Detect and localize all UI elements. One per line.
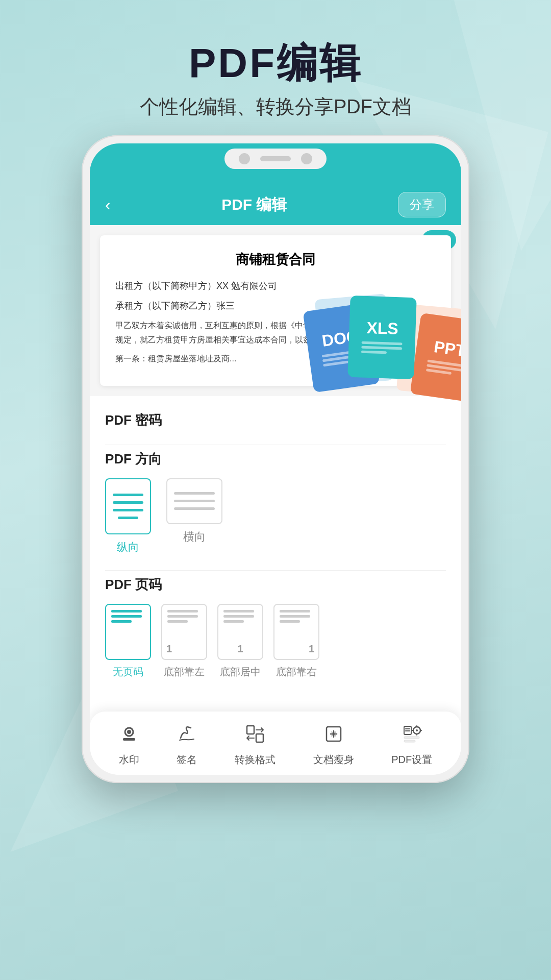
notch-camera-left <box>239 153 250 164</box>
divider-2 <box>105 570 446 571</box>
toolbar-watermark-label: 水印 <box>119 753 139 767</box>
page-title: PDF编辑 <box>0 41 551 86</box>
orientation-landscape-label: 横向 <box>183 529 206 545</box>
settings-icon <box>402 724 422 749</box>
appbar-title: PDF 编辑 <box>221 194 287 215</box>
pagenum-bottom-left[interactable]: 1 底部靠左 <box>161 604 207 679</box>
pagenum-bottomright-num: 1 <box>309 643 314 654</box>
orientation-landscape[interactable]: 横向 <box>166 478 222 555</box>
toolbar-signature-label: 签名 <box>177 753 197 767</box>
doc-line-1: 出租方（以下简称甲方）XX 勉有限公司 <box>115 279 436 293</box>
pagenum-bottomcenter-lines <box>223 610 257 623</box>
doc-title: 商铺租赁合同 <box>115 251 436 268</box>
convert-icon <box>245 724 265 749</box>
pdf-password-title: PDF 密码 <box>105 411 446 429</box>
pagenum-none[interactable]: 无页码 <box>105 604 151 679</box>
toolbar-pdfsettings-label: PDF设置 <box>391 753 432 767</box>
svg-rect-0 <box>123 738 135 741</box>
toolbar-compress-label: 文档瘦身 <box>313 753 354 767</box>
orientation-portrait-label: 纵向 <box>117 540 139 555</box>
doc-line-2: 承租方（以下简称乙方）张三 <box>115 299 436 313</box>
bottom-toolbar: 水印 签名 <box>90 712 461 775</box>
compress-icon <box>323 724 344 749</box>
divider-1 <box>105 445 446 445</box>
pagenum-bottomleft-lines <box>167 610 201 623</box>
svg-rect-15 <box>404 737 419 739</box>
pdf-password-section: PDF 密码 <box>105 411 446 429</box>
pagenum-bottomleft-num: 1 <box>166 643 172 654</box>
phone-inner: ‹ PDF 编辑 分享 1/2 商铺租赁合同 出租方（以下简称甲方）XX 勉有限… <box>90 143 461 775</box>
pdf-pagenum-title: PDF 页码 <box>105 576 446 594</box>
signature-icon <box>177 724 197 749</box>
pagenum-bottomright-lines <box>280 610 313 623</box>
pagenum-bottom-right[interactable]: 1 底部靠右 <box>273 604 319 679</box>
pagenum-none-label: 无页码 <box>113 665 143 679</box>
svg-point-10 <box>416 729 418 731</box>
pdf-direction-title: PDF 方向 <box>105 450 446 468</box>
phone-notch <box>90 143 461 184</box>
doc-paragraph-2: 第一条：租赁房屋坐落地址及商... <box>115 352 436 366</box>
phone-mockup: ‹ PDF 编辑 分享 1/2 商铺租赁合同 出租方（以下简称甲方）XX 勉有限… <box>82 135 469 783</box>
orientation-options: 纵向 横向 <box>105 478 446 555</box>
toolbar-convert[interactable]: 转换格式 <box>235 724 276 767</box>
toolbar-convert-label: 转换格式 <box>235 753 276 767</box>
settings-panel: PDF 密码 PDF 方向 纵向 <box>90 396 461 709</box>
page-header: PDF编辑 个性化编辑、转换分享PDF文档 <box>0 0 551 135</box>
svg-rect-16 <box>404 740 415 742</box>
pagenum-bottomright-icon: 1 <box>273 604 319 660</box>
pagenum-bottomleft-icon: 1 <box>161 604 207 660</box>
orientation-portrait[interactable]: 纵向 <box>105 478 151 555</box>
pagenum-bottomleft-label: 底部靠左 <box>164 665 205 679</box>
orientation-landscape-icon <box>166 478 222 524</box>
app-bar: ‹ PDF 编辑 分享 <box>90 184 461 225</box>
pagenum-bottomcenter-num: 1 <box>237 643 243 654</box>
stamp-icon <box>119 724 139 749</box>
doc-paragraph-1: 甲乙双方本着实诚信用，互利互惠的原则，根据《中华人民共和国合同法》法律，法规的规… <box>115 318 436 348</box>
notch-cutout <box>224 149 327 169</box>
orientation-portrait-icon <box>105 478 151 534</box>
phone-outer: ‹ PDF 编辑 分享 1/2 商铺租赁合同 出租方（以下简称甲方）XX 勉有限… <box>82 135 469 783</box>
notch-speaker <box>260 156 291 161</box>
pagenum-options: 无页码 1 <box>105 604 446 679</box>
svg-rect-3 <box>247 726 254 734</box>
toolbar-compress[interactable]: 文档瘦身 <box>313 724 354 767</box>
pagenum-bottomright-label: 底部靠右 <box>276 665 317 679</box>
pdf-pagenum-section: PDF 页码 无页码 <box>105 576 446 679</box>
pagenum-none-icon <box>105 604 151 660</box>
svg-rect-4 <box>256 734 263 742</box>
svg-point-2 <box>127 730 131 734</box>
pagenum-bottom-center[interactable]: 1 底部居中 <box>217 604 263 679</box>
pagenum-none-lines <box>111 610 145 623</box>
pdf-direction-section: PDF 方向 纵向 <box>105 450 446 555</box>
pagenum-bottomcenter-label: 底部居中 <box>220 665 261 679</box>
pagenum-bottomcenter-icon: 1 <box>217 604 263 660</box>
document-area: 1/2 商铺租赁合同 出租方（以下简称甲方）XX 勉有限公司 承租方（以下简称乙… <box>90 225 461 396</box>
share-button[interactable]: 分享 <box>398 192 446 217</box>
doc-paper: 商铺租赁合同 出租方（以下简称甲方）XX 勉有限公司 承租方（以下简称乙方）张三… <box>100 235 451 386</box>
toolbar-pdf-settings[interactable]: PDF设置 <box>391 724 432 767</box>
notch-camera-right <box>301 153 312 164</box>
back-button[interactable]: ‹ <box>105 195 111 214</box>
toolbar-signature[interactable]: 签名 <box>177 724 197 767</box>
page-subtitle: 个性化编辑、转换分享PDF文档 <box>0 94 551 120</box>
toolbar-watermark[interactable]: 水印 <box>119 724 139 767</box>
